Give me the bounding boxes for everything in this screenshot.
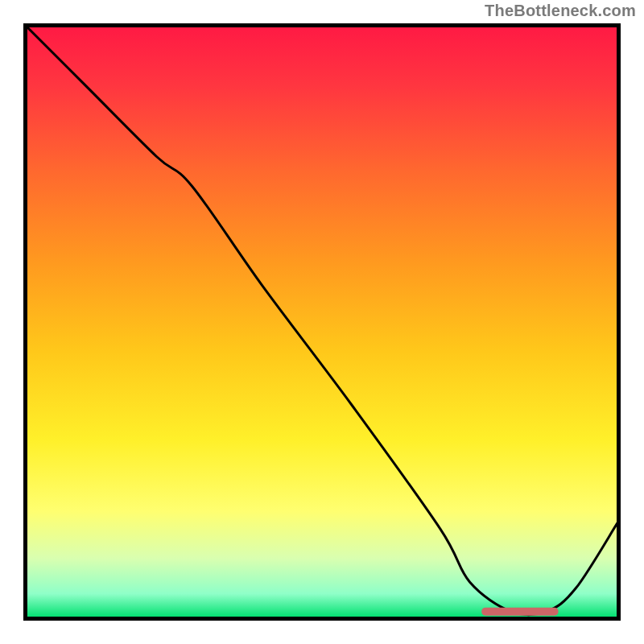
watermark-text: TheBottleneck.com [485, 2, 636, 20]
bottleneck-chart [0, 0, 644, 644]
optimal-range-marker [481, 608, 558, 616]
